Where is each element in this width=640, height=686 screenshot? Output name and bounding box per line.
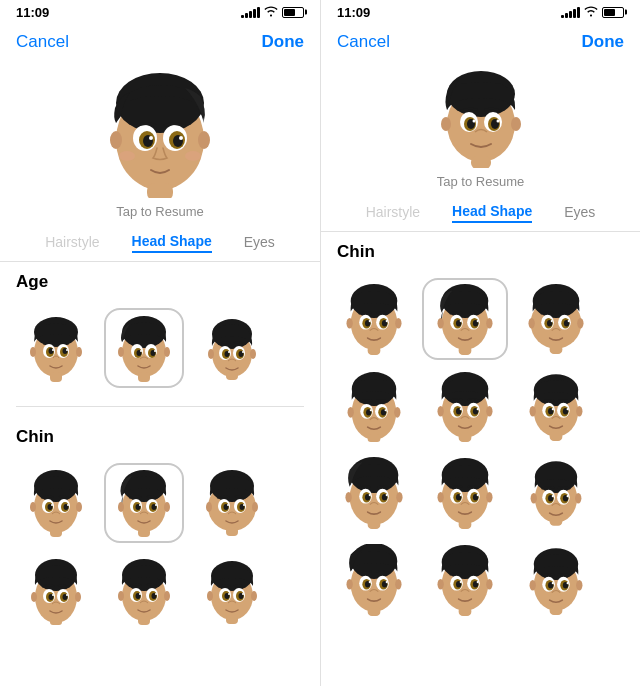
tab-headshape-right[interactable]: Head Shape	[452, 203, 532, 223]
tab-eyes-left[interactable]: Eyes	[244, 234, 275, 252]
svg-point-265	[395, 579, 401, 590]
status-bar-left: 11:09	[0, 0, 320, 24]
svg-point-213	[576, 406, 582, 417]
chin-option-2[interactable]	[104, 463, 184, 543]
svg-point-186	[348, 407, 354, 418]
cancel-button-left[interactable]: Cancel	[16, 32, 69, 52]
svg-point-161	[486, 318, 492, 329]
chin-grid-left	[0, 463, 320, 631]
chin-title-left: Chin	[16, 427, 304, 447]
svg-point-221	[552, 408, 554, 410]
svg-rect-292	[550, 605, 563, 615]
status-time-left: 11:09	[16, 5, 49, 20]
svg-point-17	[30, 347, 36, 357]
svg-point-160	[437, 318, 443, 329]
svg-point-300	[567, 582, 569, 584]
r-chin-8[interactable]	[422, 452, 508, 534]
battery-icon-right	[602, 7, 624, 18]
r-chin-12[interactable]	[513, 539, 599, 621]
svg-rect-175	[550, 344, 563, 354]
chin-option-6[interactable]	[192, 551, 272, 631]
r-chin-9[interactable]	[513, 452, 599, 534]
age-option-2[interactable]	[104, 308, 184, 388]
tab-headshape-left[interactable]: Head Shape	[132, 233, 212, 253]
svg-point-135	[511, 117, 521, 131]
avatar-preview-right[interactable]: Tap to Resume	[321, 60, 640, 197]
svg-point-66	[67, 504, 69, 506]
r-chin-1[interactable]	[331, 278, 417, 360]
age-section: Age	[0, 262, 320, 308]
svg-point-40	[154, 350, 156, 352]
r-chin-10[interactable]	[331, 539, 417, 621]
avatar-preview-left[interactable]: Tap to Resume	[0, 60, 320, 227]
cancel-button-right[interactable]: Cancel	[337, 32, 390, 52]
svg-point-264	[346, 579, 352, 590]
tab-strip-left: Hairstyle Head Shape Eyes	[0, 227, 320, 262]
svg-point-225	[345, 492, 351, 503]
status-bar-right: 11:09	[321, 0, 640, 24]
svg-rect-123	[226, 615, 238, 624]
svg-point-278	[486, 579, 492, 590]
svg-point-26	[52, 349, 54, 351]
svg-point-170	[477, 320, 479, 322]
svg-point-286	[460, 581, 462, 583]
signal-icon-right	[561, 6, 580, 18]
nav-bar-left: Cancel Done	[0, 24, 320, 60]
svg-point-82	[206, 502, 212, 512]
chin-option-3[interactable]	[192, 463, 272, 543]
svg-point-78	[139, 504, 141, 506]
tab-hairstyle-right[interactable]: Hairstyle	[366, 204, 420, 222]
age-option-1[interactable]	[16, 308, 96, 388]
svg-point-196	[385, 409, 387, 411]
age-option-3[interactable]	[192, 308, 272, 388]
svg-rect-136	[471, 156, 491, 168]
r-chin-7[interactable]	[331, 452, 417, 534]
r-chin-5[interactable]	[422, 365, 508, 447]
svg-point-44	[250, 349, 256, 359]
tab-hairstyle-left[interactable]: Hairstyle	[45, 234, 99, 252]
svg-point-57	[76, 502, 82, 512]
svg-point-39	[140, 350, 142, 352]
svg-rect-227	[368, 519, 381, 529]
svg-point-14	[185, 151, 201, 161]
status-time-right: 11:09	[337, 5, 370, 20]
status-icons-right	[561, 6, 624, 19]
chin-title-right: Chin	[337, 242, 624, 262]
r-chin-4[interactable]	[331, 365, 417, 447]
svg-point-247	[460, 494, 462, 496]
svg-rect-266	[368, 606, 381, 616]
svg-point-27	[66, 349, 68, 351]
svg-point-187	[394, 407, 400, 418]
svg-rect-279	[459, 606, 472, 616]
r-chin-2[interactable]	[422, 278, 508, 360]
svg-rect-45	[226, 372, 238, 380]
age-title: Age	[16, 272, 304, 292]
svg-point-92	[243, 504, 245, 506]
done-button-right[interactable]: Done	[582, 32, 625, 52]
svg-point-291	[576, 580, 582, 591]
svg-point-11	[149, 136, 153, 140]
chin-grid-right	[321, 278, 640, 621]
nav-bar-right: Cancel Done	[321, 24, 640, 60]
svg-point-12	[179, 136, 183, 140]
r-chin-3[interactable]	[513, 278, 599, 360]
chin-option-1[interactable]	[16, 463, 96, 543]
svg-point-31	[164, 347, 170, 357]
svg-point-212	[530, 406, 536, 417]
avatar-face-right[interactable]	[431, 68, 531, 168]
svg-point-134	[441, 117, 451, 131]
svg-point-24	[49, 348, 54, 354]
chin-option-4[interactable]	[16, 551, 96, 631]
svg-point-195	[370, 409, 372, 411]
avatar-face-left[interactable]	[95, 68, 225, 198]
r-chin-6[interactable]	[513, 365, 599, 447]
tab-eyes-right[interactable]: Eyes	[564, 204, 595, 222]
svg-point-43	[208, 349, 214, 359]
done-button-left[interactable]: Done	[262, 32, 305, 52]
chin-option-5[interactable]	[104, 551, 184, 631]
svg-point-238	[437, 492, 443, 503]
svg-rect-58	[50, 528, 62, 537]
svg-point-222	[567, 408, 569, 410]
svg-rect-84	[226, 527, 238, 536]
r-chin-11[interactable]	[422, 539, 508, 621]
